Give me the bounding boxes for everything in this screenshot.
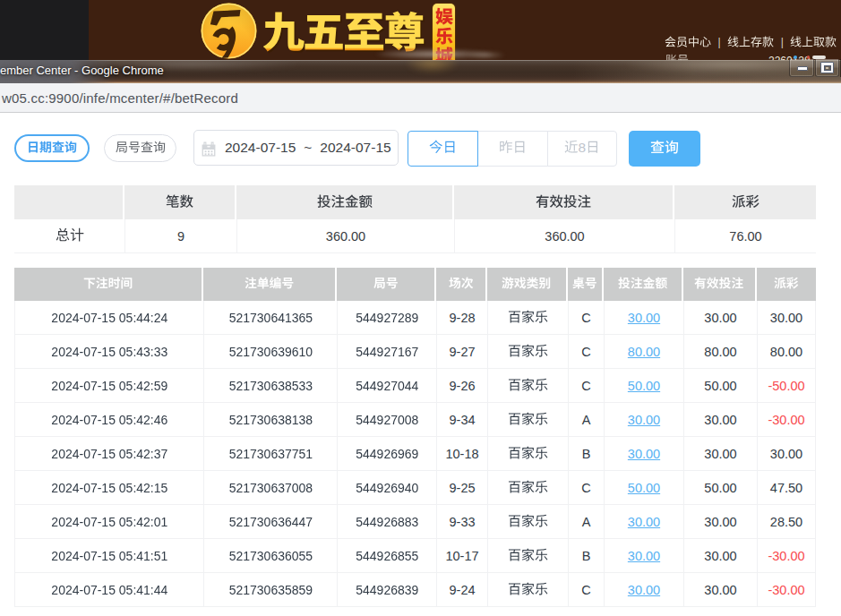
svg-text:8: 8 xyxy=(579,140,587,155)
